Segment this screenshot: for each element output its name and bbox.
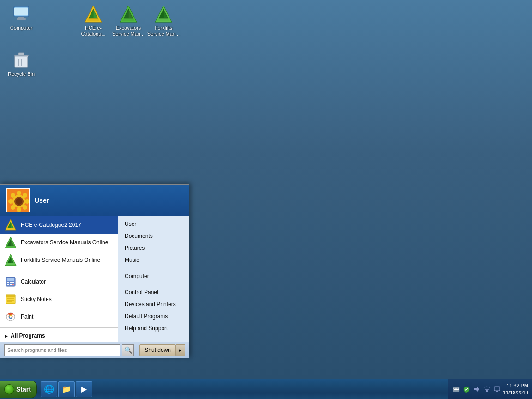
tray-icon-volume[interactable]: [472, 385, 481, 393]
start-menu-item-hce-label: HCE e-Catalogue2 2017: [21, 222, 81, 228]
svg-marker-67: [474, 387, 478, 392]
start-menu-right-control-panel[interactable]: Control Panel: [118, 286, 189, 298]
start-menu-item-sticky[interactable]: Sticky Notes: [0, 290, 118, 308]
start-menu-right-default-programs[interactable]: Default Programs: [118, 310, 189, 322]
start-menu-right-pictures[interactable]: Pictures: [118, 242, 189, 254]
svg-point-31: [23, 193, 27, 198]
computer-icon: [12, 5, 30, 23]
svg-rect-62: [453, 388, 454, 389]
recycle-icon-label: Recycle Bin: [8, 71, 35, 77]
svg-rect-63: [455, 388, 456, 389]
search-button[interactable]: 🔍: [122, 344, 134, 356]
desktop-icon-excavators[interactable]: Excavators Service Man...: [110, 3, 147, 39]
svg-rect-4: [14, 8, 28, 15]
svg-rect-69: [485, 389, 489, 390]
tray-icon-monitor[interactable]: [493, 385, 501, 393]
clock-date: 11/18/2019: [503, 389, 528, 396]
recycle-icon: [12, 51, 30, 69]
taskbar-media[interactable]: ▶: [76, 381, 92, 397]
search-icon: 🔍: [124, 346, 132, 354]
svg-rect-51: [10, 284, 12, 285]
start-menu-header: User: [0, 185, 189, 216]
shutdown-button[interactable]: Shut down: [139, 344, 176, 356]
svg-rect-65: [458, 388, 459, 389]
start-menu-right-documents[interactable]: Documents: [118, 230, 189, 242]
svg-rect-46: [7, 278, 14, 281]
start-menu-item-calculator-label: Calculator: [21, 278, 46, 285]
svg-point-35: [16, 198, 22, 205]
forklifts-icon: [154, 5, 173, 23]
hce-icon: [84, 5, 103, 23]
start-menu-item-hce[interactable]: HCE e-Catalogue2 2017: [0, 216, 118, 234]
start-menu-divider-2: [0, 327, 118, 328]
user-name: User: [35, 197, 49, 204]
start-menu-right-devices[interactable]: Devices and Printers: [118, 298, 189, 310]
desktop-icon-hce[interactable]: HCE e-Catalogu...: [75, 3, 112, 39]
start-button[interactable]: Start: [0, 381, 37, 398]
hce-menu-icon: [4, 218, 17, 231]
clock-time: 11:32 PM: [503, 382, 528, 389]
taskbar: Start 🌐 📁 ▶: [0, 379, 532, 399]
all-programs-arrow: ►: [4, 333, 9, 339]
svg-rect-68: [486, 390, 488, 392]
svg-rect-2: [18, 17, 24, 18]
excavators-icon: [119, 5, 138, 23]
desktop-icon-recycle[interactable]: Recycle Bin: [3, 49, 40, 79]
start-menu-right-computer[interactable]: Computer: [118, 270, 189, 282]
shutdown-area: Shut down ►: [139, 344, 185, 356]
taskbar-explorer[interactable]: 📁: [58, 381, 75, 397]
start-menu-body: HCE e-Catalogue2 2017 Excavators Service…: [0, 216, 189, 342]
start-menu-item-excavators[interactable]: Excavators Service Manuals Online: [0, 234, 118, 251]
user-avatar: [6, 188, 30, 212]
svg-rect-47: [7, 282, 9, 283]
svg-rect-3: [17, 18, 26, 20]
svg-point-33: [23, 205, 27, 210]
start-menu-right-divider2: [118, 284, 189, 284]
desktop-icon-computer[interactable]: Computer: [3, 3, 40, 33]
start-menu-divider-1: [0, 271, 118, 271]
start-menu-right-help[interactable]: Help and Support: [118, 322, 189, 334]
sticky-menu-icon: [4, 293, 17, 306]
start-menu-bottom: 🔍 Shut down ►: [0, 342, 189, 358]
start-menu-right-music[interactable]: Music: [118, 254, 189, 266]
all-programs-button[interactable]: ► All Programs: [0, 330, 118, 342]
ie-icon: 🌐: [44, 384, 54, 394]
media-icon: ▶: [81, 385, 87, 393]
svg-rect-64: [456, 388, 457, 389]
svg-point-60: [10, 316, 12, 318]
shutdown-arrow-icon: ►: [178, 348, 183, 353]
computer-icon-label: Computer: [10, 25, 32, 31]
taskbar-ie[interactable]: 🌐: [41, 381, 57, 397]
shutdown-label: Shut down: [145, 347, 171, 353]
tray-clock[interactable]: 11:32 PM 11/18/2019: [503, 382, 528, 396]
svg-rect-20: [18, 53, 24, 55]
svg-rect-48: [10, 282, 12, 283]
start-menu-right-user[interactable]: User: [118, 218, 189, 230]
excavators-icon-label: Excavators Service Man...: [112, 25, 145, 37]
svg-point-27: [17, 207, 21, 212]
start-menu-item-paint-label: Paint: [21, 314, 33, 320]
tray-icon-network[interactable]: [483, 385, 491, 393]
start-menu-left: HCE e-Catalogue2 2017 Excavators Service…: [0, 216, 118, 342]
search-input[interactable]: [4, 344, 120, 356]
excavators-menu-icon: [4, 236, 17, 249]
svg-rect-50: [7, 284, 9, 285]
svg-rect-54: [6, 295, 15, 297]
desktop-icon-forklifts[interactable]: Forklifts Service Man...: [145, 3, 182, 39]
shutdown-arrow-button[interactable]: ►: [176, 344, 185, 356]
start-menu-item-forklifts-label: Forklifts Service Manuals Online: [21, 257, 100, 263]
tray-icon-keyboard[interactable]: [452, 385, 460, 393]
svg-point-29: [25, 199, 30, 204]
svg-point-26: [17, 191, 21, 195]
tray-icon-shield[interactable]: [462, 385, 471, 393]
all-programs-label: All Programs: [11, 332, 45, 339]
explorer-icon: 📁: [62, 385, 71, 393]
start-menu-item-forklifts[interactable]: Forklifts Service Manuals Online: [0, 251, 118, 269]
start-menu-item-paint[interactable]: Paint: [0, 308, 118, 326]
start-menu-item-calculator[interactable]: Calculator: [0, 273, 118, 290]
svg-point-32: [11, 205, 15, 210]
start-orb: [4, 384, 14, 394]
start-menu-item-sticky-label: Sticky Notes: [21, 296, 52, 302]
system-tray: 11:32 PM 11/18/2019: [448, 379, 532, 399]
calculator-menu-icon: [4, 275, 17, 288]
